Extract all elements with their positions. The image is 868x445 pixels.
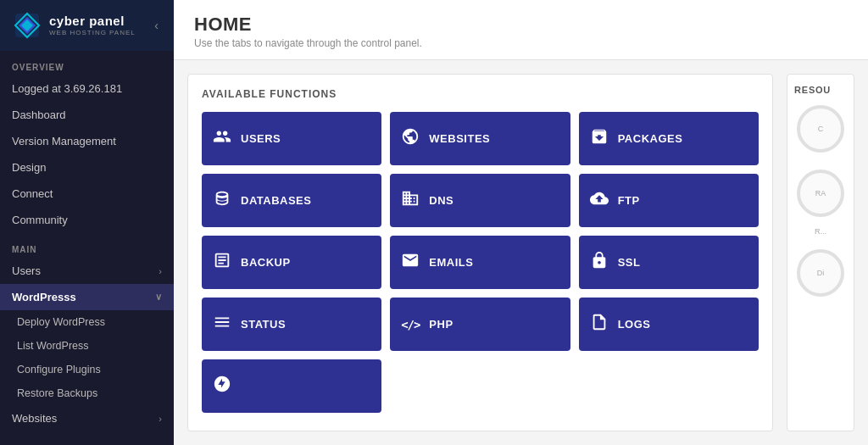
ftp-button[interactable]: FTP [579, 174, 759, 227]
php-button[interactable]: </> PHP [390, 298, 570, 351]
sidebar-item-dashboard[interactable]: Dashboard [0, 102, 174, 128]
logs-btn-label: LOGS [618, 318, 651, 331]
dns-btn-label: DNS [429, 194, 453, 207]
chevron-right-icon: › [159, 266, 162, 276]
resources-panel: RESOU C RA R... Di [787, 74, 854, 431]
sidebar-item-design[interactable]: Design [0, 154, 174, 181]
more-icon [212, 375, 232, 398]
php-btn-label: PHP [429, 318, 453, 331]
main-section-label: MAIN [0, 233, 174, 258]
packages-button[interactable]: PACKAGES [579, 112, 759, 165]
sidebar-item-wordpresss[interactable]: WordPresss ∨ [0, 284, 174, 310]
sidebar-item-restore-backups[interactable]: Restore Backups [0, 381, 174, 405]
logo-text: cyber panel WEB HOSTING PANEL [49, 14, 136, 36]
websites-icon [400, 127, 420, 150]
status-btn-label: STATUS [241, 318, 286, 331]
dns-icon [400, 189, 420, 212]
page-subtitle: Use the tabs to navigate through the con… [194, 37, 848, 49]
status-icon [212, 313, 232, 336]
ssl-button[interactable]: SSL [579, 236, 759, 289]
websites-button[interactable]: WEBSITES [390, 112, 570, 165]
sidebar-item-websites[interactable]: Websites › [0, 405, 174, 431]
users-btn-label: USERS [241, 132, 281, 145]
logs-icon [589, 313, 609, 336]
status-button[interactable]: STATUS [202, 298, 381, 351]
packages-btn-label: PACKAGES [618, 132, 683, 145]
emails-icon [400, 251, 420, 274]
collapse-button[interactable]: ‹ [151, 15, 162, 36]
resource-circle-2: RA [797, 170, 844, 217]
php-icon: </> [400, 318, 420, 331]
databases-btn-label: DATABASES [241, 194, 311, 207]
users-button[interactable]: USERS [202, 112, 381, 165]
backup-btn-label: BACKUP [241, 256, 291, 269]
resources-title: RESOU [794, 85, 847, 95]
backup-button[interactable]: BACKUP [202, 236, 381, 289]
logo-title: cyber panel [49, 14, 136, 29]
functions-panel: AVAILABLE FUNCTIONS USERS WEBSITES [187, 74, 773, 431]
resource-circle-1: C [797, 105, 844, 153]
sidebar-header: cyber panel WEB HOSTING PANEL ‹ [0, 0, 174, 51]
main-content: HOME Use the tabs to navigate through th… [174, 0, 868, 445]
sidebar: cyber panel WEB HOSTING PANEL ‹ OVERVIEW… [0, 0, 174, 445]
more-button[interactable] [202, 359, 381, 413]
chevron-down-icon: ∨ [155, 292, 162, 303]
emails-btn-label: EMAILS [429, 256, 473, 269]
logo-subtitle: WEB HOSTING PANEL [49, 29, 136, 36]
top-bar: HOME Use the tabs to navigate through th… [174, 0, 868, 60]
logo-icon [12, 10, 42, 41]
ssl-icon [589, 251, 609, 274]
backup-icon [212, 251, 232, 274]
dns-button[interactable]: DNS [390, 174, 570, 227]
content-area: AVAILABLE FUNCTIONS USERS WEBSITES [174, 60, 868, 445]
sidebar-item-configure-plugins[interactable]: Configure Plugins [0, 358, 174, 381]
websites-btn-label: WEBSITES [429, 132, 490, 145]
sidebar-item-connect[interactable]: Connect [0, 181, 174, 207]
sidebar-item-community[interactable]: Community [0, 207, 174, 233]
sidebar-item-list-wordpress[interactable]: List WordPress [0, 334, 174, 358]
resource-label-1: R... [794, 227, 847, 236]
ftp-icon [589, 189, 609, 212]
sidebar-item-deploy-wordpress[interactable]: Deploy WordPress [0, 310, 174, 334]
ssl-btn-label: SSL [618, 256, 641, 269]
packages-icon [589, 127, 609, 150]
users-icon [212, 127, 232, 150]
databases-button[interactable]: DATABASES [202, 174, 381, 227]
functions-title: AVAILABLE FUNCTIONS [202, 88, 759, 100]
chevron-right-icon-2: › [159, 414, 162, 424]
resource-circle-3: Di [797, 249, 844, 297]
emails-button[interactable]: EMAILS [390, 236, 570, 289]
sidebar-item-users[interactable]: Users › [0, 258, 174, 284]
sidebar-item-logged-at: Logged at 3.69.26.181 [0, 75, 174, 102]
overview-section-label: OVERVIEW [0, 51, 174, 75]
ftp-btn-label: FTP [618, 194, 640, 207]
functions-grid: USERS WEBSITES PACKAGES [202, 112, 759, 413]
logs-button[interactable]: LOGS [579, 298, 759, 351]
page-title: HOME [194, 14, 848, 36]
sidebar-item-version-management[interactable]: Version Management [0, 128, 174, 154]
databases-icon [212, 189, 232, 212]
sidebar-logo-area: cyber panel WEB HOSTING PANEL [12, 10, 136, 41]
